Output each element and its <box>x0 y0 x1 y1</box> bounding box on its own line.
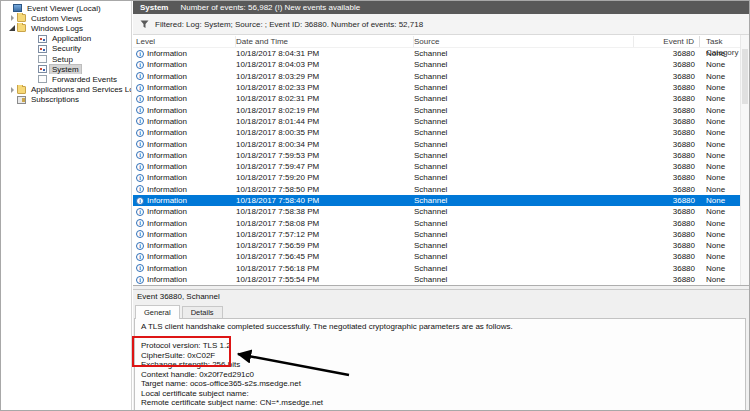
tab-details[interactable]: Details <box>182 306 223 318</box>
log-icon <box>38 45 47 53</box>
vertical-scrollbar[interactable] <box>740 35 749 285</box>
source-cell: Schannel <box>414 94 634 103</box>
sidebar-item-windows-logs[interactable]: Windows Logs <box>1 23 131 33</box>
table-row[interactable]: iInformation10/18/2017 7:59:53 PMSchanne… <box>133 150 749 161</box>
sidebar-item-label: Event Viewer (Local) <box>25 4 103 13</box>
event-id-cell: 36880 <box>634 106 700 115</box>
expand-icon[interactable] <box>7 87 17 93</box>
preview-pane-title: Event 36880, Schannel <box>133 290 749 303</box>
level-text: Information <box>147 196 187 205</box>
table-row[interactable]: iInformation10/18/2017 8:02:31 PMSchanne… <box>133 93 749 104</box>
column-header-event-id[interactable]: Event ID <box>634 36 700 47</box>
sidebar-item-event-viewer-local[interactable]: Event Viewer (Local) <box>1 3 131 13</box>
level-cell: iInformation <box>133 196 236 205</box>
table-row[interactable]: iInformation10/18/2017 7:56:59 PMSchanne… <box>133 240 749 251</box>
table-row[interactable]: iInformation10/18/2017 8:00:35 PMSchanne… <box>133 127 749 138</box>
level-cell: iInformation <box>133 207 236 216</box>
table-row[interactable]: iInformation10/18/2017 8:01:44 PMSchanne… <box>133 116 749 127</box>
table-row[interactable]: iInformation10/18/2017 7:56:45 PMSchanne… <box>133 251 749 262</box>
column-header-task-category[interactable]: Task Category <box>700 36 739 47</box>
sidebar-item-system[interactable]: System <box>1 64 131 74</box>
table-row[interactable]: iInformation10/18/2017 8:04:03 PMSchanne… <box>133 59 749 70</box>
information-icon: i <box>136 84 144 92</box>
level-text: Information <box>147 230 187 239</box>
table-row[interactable]: iInformation10/18/2017 7:55:54 PMSchanne… <box>133 274 749 285</box>
sidebar-item-subscriptions[interactable]: Subscriptions <box>1 95 131 105</box>
detail-tabs: GeneralDetails <box>133 303 749 318</box>
level-text: Information <box>147 241 187 250</box>
datetime-cell: 10/18/2017 8:04:31 PM <box>236 49 414 58</box>
table-row[interactable]: iInformation10/18/2017 7:58:08 PMSchanne… <box>133 217 749 228</box>
event-id-cell: 36880 <box>634 264 700 273</box>
information-icon: i <box>136 151 144 159</box>
level-cell: iInformation <box>133 83 236 92</box>
event-id-cell: 36880 <box>634 252 700 261</box>
sidebar-item-security[interactable]: Security <box>1 44 131 54</box>
table-row[interactable]: iInformation10/18/2017 7:58:50 PMSchanne… <box>133 184 749 195</box>
sidebar-item-setup[interactable]: Setup <box>1 54 131 64</box>
datetime-cell: 10/18/2017 8:01:44 PM <box>236 117 414 126</box>
detail-line: Target name: ocos-office365-s2s.msedge.n… <box>141 379 739 389</box>
collapse-icon[interactable] <box>7 25 17 31</box>
level-cell: iInformation <box>133 106 236 115</box>
sidebar-item-label: Subscriptions <box>29 95 81 104</box>
task-category-cell: None <box>700 94 739 103</box>
task-category-cell: None <box>700 264 739 273</box>
datetime-cell: 10/18/2017 7:59:20 PM <box>236 173 414 182</box>
level-text: Information <box>147 117 187 126</box>
column-header-date-and-time[interactable]: Date and Time <box>236 36 414 47</box>
table-row[interactable]: iInformation10/18/2017 7:58:40 PMSchanne… <box>133 195 749 206</box>
table-row[interactable]: iInformation10/18/2017 8:04:31 PMSchanne… <box>133 48 749 59</box>
datetime-cell: 10/18/2017 7:59:53 PM <box>236 151 414 160</box>
scrollbar-thumb[interactable] <box>742 49 748 104</box>
detail-line: Remote certificate subject name: CN=*.ms… <box>141 398 739 408</box>
console-tree: Event Viewer (Local)Custom ViewsWindows … <box>1 1 132 410</box>
information-icon: i <box>136 117 144 125</box>
sidebar-item-custom-views[interactable]: Custom Views <box>1 13 131 23</box>
table-row[interactable]: iInformation10/18/2017 7:58:38 PMSchanne… <box>133 206 749 217</box>
task-category-cell: None <box>700 252 739 261</box>
level-cell: iInformation <box>133 173 236 182</box>
table-row[interactable]: iInformation10/18/2017 7:56:18 PMSchanne… <box>133 263 749 274</box>
table-row[interactable]: iInformation10/18/2017 8:02:19 PMSchanne… <box>133 104 749 115</box>
information-icon: i <box>136 140 144 148</box>
task-category-cell: None <box>700 83 739 92</box>
source-cell: Schannel <box>414 117 634 126</box>
event-id-cell: 36880 <box>634 140 700 149</box>
information-icon: i <box>136 230 144 238</box>
source-cell: Schannel <box>414 230 634 239</box>
column-header-level[interactable]: Level <box>133 36 236 47</box>
source-cell: Schannel <box>414 241 634 250</box>
datetime-cell: 10/18/2017 8:02:33 PM <box>236 83 414 92</box>
event-id-cell: 36880 <box>634 219 700 228</box>
datetime-cell: 10/18/2017 7:56:18 PM <box>236 264 414 273</box>
level-text: Information <box>147 49 187 58</box>
event-id-cell: 36880 <box>634 185 700 194</box>
sidebar-item-applications-and-services-lo[interactable]: Applications and Services Lo <box>1 85 131 95</box>
task-category-cell: None <box>700 151 739 160</box>
level-text: Information <box>147 151 187 160</box>
source-cell: Schannel <box>414 106 634 115</box>
expand-icon[interactable] <box>7 15 17 21</box>
table-row[interactable]: iInformation10/18/2017 8:03:29 PMSchanne… <box>133 71 749 82</box>
datetime-cell: 10/18/2017 7:56:45 PM <box>236 252 414 261</box>
filter-bar[interactable]: Filtered: Log: System; Source: ; Event I… <box>133 14 749 35</box>
table-row[interactable]: iInformation10/18/2017 7:59:20 PMSchanne… <box>133 172 749 183</box>
level-cell: iInformation <box>133 72 236 81</box>
subscriptions-icon <box>17 96 26 104</box>
table-row[interactable]: iInformation10/18/2017 8:02:33 PMSchanne… <box>133 82 749 93</box>
sidebar-item-forwarded-events[interactable]: Forwarded Events <box>1 74 131 84</box>
event-table-body: iInformation10/18/2017 8:04:31 PMSchanne… <box>133 48 749 285</box>
level-text: Information <box>147 185 187 194</box>
table-row[interactable]: iInformation10/18/2017 8:00:34 PMSchanne… <box>133 138 749 149</box>
task-category-cell: None <box>700 196 739 205</box>
level-text: Information <box>147 72 187 81</box>
sidebar-item-application[interactable]: Application <box>1 34 131 44</box>
table-row[interactable]: iInformation10/18/2017 7:59:47 PMSchanne… <box>133 161 749 172</box>
log-title-bar: System Number of events: 56,982 (!) New … <box>133 1 749 14</box>
task-category-cell: None <box>700 60 739 69</box>
source-cell: Schannel <box>414 219 634 228</box>
table-row[interactable]: iInformation10/18/2017 7:57:12 PMSchanne… <box>133 229 749 240</box>
column-header-source[interactable]: Source <box>414 36 634 47</box>
tab-general[interactable]: General <box>135 305 180 319</box>
